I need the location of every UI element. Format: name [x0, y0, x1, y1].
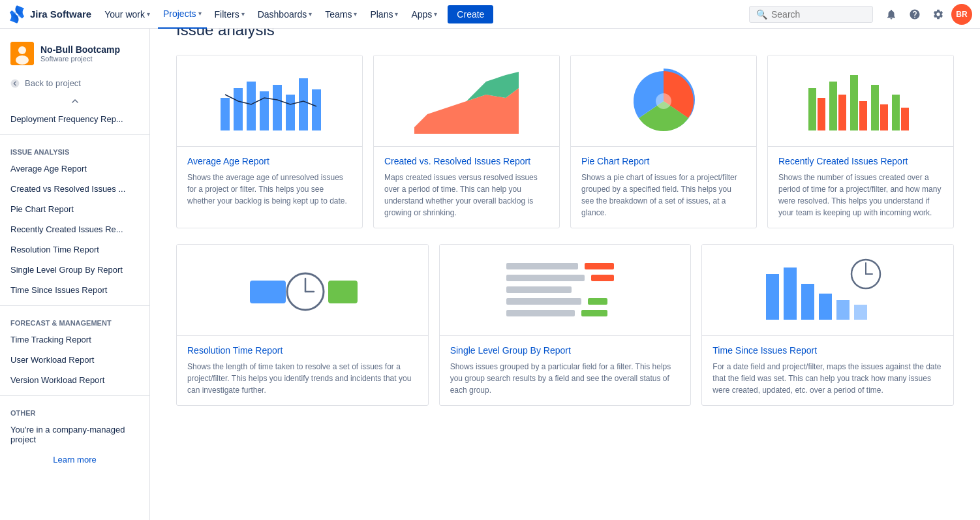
topnav-icons: BR	[881, 4, 972, 25]
avatar	[10, 42, 34, 65]
chevron-down-icon: ▾	[354, 10, 357, 18]
sidebar-item-recently-created[interactable]: Recently Created Issues Re...	[0, 219, 149, 239]
report-card-pie-chart[interactable]: Pie Chart Report Shows a pie chart of is…	[570, 55, 757, 228]
created-resolved-title[interactable]: Created vs. Resolved Issues Report	[384, 156, 549, 166]
user-avatar[interactable]: BR	[951, 4, 972, 25]
sidebar-item-resolution-time[interactable]: Resolution Time Report	[0, 239, 149, 260]
settings-button[interactable]	[928, 4, 949, 25]
sidebar-separator-3	[0, 395, 149, 396]
svg-rect-30	[506, 275, 585, 281]
chevron-down-icon: ▾	[147, 10, 150, 18]
svg-rect-16	[838, 95, 846, 130]
jira-logo-icon	[8, 5, 26, 23]
notifications-button[interactable]	[881, 4, 902, 25]
sidebar-item-user-workload[interactable]: User Workload Report	[0, 350, 149, 370]
svg-rect-40	[819, 294, 832, 320]
report-card-image-single-level	[440, 245, 691, 336]
nav-projects[interactable]: Projects ▾	[158, 0, 207, 29]
search-icon: 🔍	[756, 9, 767, 20]
chevron-down-icon: ▾	[395, 10, 398, 18]
nav-dashboards[interactable]: Dashboards ▾	[253, 0, 318, 29]
logo-text: Jira Software	[30, 8, 91, 20]
svg-rect-4	[221, 98, 230, 130]
nav-filters[interactable]: Filters ▾	[209, 0, 250, 29]
avg-age-desc: Shows the average age of unresolved issu…	[187, 172, 352, 207]
report-card-created-resolved[interactable]: Created vs. Resolved Issues Report Maps …	[373, 55, 560, 228]
single-level-title[interactable]: Single Level Group By Report	[450, 345, 681, 356]
sidebar-section-other: OTHER	[0, 401, 149, 420]
svg-rect-42	[854, 305, 867, 320]
svg-rect-20	[880, 104, 888, 130]
svg-rect-14	[818, 98, 825, 130]
single-level-desc: Shows issues grouped by a particular fie…	[450, 361, 681, 396]
chevron-down-icon: ▾	[198, 10, 202, 17]
project-name: No-Bull Bootcamp	[40, 44, 120, 55]
help-button[interactable]	[904, 4, 925, 25]
resolution-time-title[interactable]: Resolution Time Report	[187, 345, 418, 356]
search-box[interactable]: 🔍	[749, 6, 873, 23]
avg-age-title[interactable]: Average Age Report	[187, 156, 352, 166]
svg-rect-27	[328, 281, 358, 303]
sidebar-item-pie-chart[interactable]: Pie Chart Report	[0, 199, 149, 219]
sidebar-section-issue-analysis: ISSUE ANALYSIS	[0, 140, 149, 159]
sidebar-item-created-resolved[interactable]: Created vs Resolved Issues ...	[0, 179, 149, 199]
back-to-project[interactable]: Back to project	[0, 73, 149, 93]
recently-created-chart	[802, 62, 919, 140]
svg-rect-31	[591, 275, 614, 281]
nav-teams[interactable]: Teams ▾	[320, 0, 362, 29]
svg-rect-41	[836, 300, 850, 320]
bell-icon	[885, 8, 897, 20]
created-resolved-chart	[408, 62, 525, 140]
pie-chart-title[interactable]: Pie Chart Report	[581, 156, 746, 166]
nav-plans[interactable]: Plans ▾	[365, 0, 403, 29]
recently-created-title[interactable]: Recently Created Issues Report	[778, 156, 943, 166]
report-card-single-level[interactable]: Single Level Group By Report Shows issue…	[439, 244, 692, 406]
sidebar-item-single-level-group[interactable]: Single Level Group By Report	[0, 260, 149, 280]
svg-rect-37	[766, 274, 779, 320]
report-card-time-since[interactable]: Time Since Issues Report For a date fiel…	[701, 244, 954, 406]
create-button[interactable]: Create	[448, 5, 493, 23]
sidebar-item-time-tracking[interactable]: Time Tracking Report	[0, 329, 149, 350]
report-card-image-avg-age	[177, 55, 362, 147]
sidebar-item-time-since-issues[interactable]: Time Since Issues Report	[0, 280, 149, 300]
resolution-time-chart	[230, 251, 374, 329]
main-content: Issue analysis	[150, 0, 980, 427]
sidebar-item-deployment[interactable]: Deployment Frequency Rep...	[0, 109, 149, 129]
time-since-title[interactable]: Time Since Issues Report	[712, 345, 943, 356]
svg-rect-22	[901, 108, 909, 130]
report-card-avg-age[interactable]: Average Age Report Shows the average age…	[176, 55, 363, 228]
search-input[interactable]	[771, 9, 863, 20]
logo[interactable]: Jira Software	[8, 5, 91, 23]
reports-grid-row2: Resolution Time Report Shows the length …	[176, 244, 954, 406]
nav-your-work[interactable]: Your work ▾	[99, 0, 155, 29]
help-icon	[909, 8, 921, 20]
svg-rect-5	[234, 88, 243, 130]
report-card-image-time-since	[702, 245, 953, 336]
report-card-recently-created[interactable]: Recently Created Issues Report Shows the…	[767, 55, 954, 228]
chevron-down-icon: ▾	[434, 10, 437, 18]
sidebar-project: No-Bull Bootcamp Software project	[0, 37, 149, 73]
svg-rect-36	[581, 310, 607, 316]
sidebar-item-average-age[interactable]: Average Age Report	[0, 159, 149, 179]
svg-rect-32	[506, 286, 572, 293]
svg-rect-35	[506, 310, 575, 316]
project-avatar-icon	[10, 42, 34, 65]
svg-rect-34	[588, 298, 607, 305]
back-icon	[10, 79, 20, 88]
report-card-image-pie-chart	[571, 55, 756, 147]
avg-age-chart	[211, 62, 328, 140]
report-card-resolution-time[interactable]: Resolution Time Report Shows the length …	[176, 244, 429, 406]
svg-point-2	[16, 55, 29, 65]
svg-rect-13	[808, 88, 816, 130]
svg-rect-10	[299, 78, 308, 130]
nav-apps[interactable]: Apps ▾	[406, 0, 442, 29]
chevron-down-icon: ▾	[309, 10, 312, 18]
sidebar-item-version-workload[interactable]: Version Workload Report	[0, 370, 149, 390]
project-type: Software project	[40, 55, 120, 63]
sidebar-item-company-managed[interactable]: You're in a company-managed project	[0, 420, 149, 427]
scroll-up-button[interactable]	[0, 93, 149, 109]
time-since-chart	[756, 251, 900, 329]
svg-rect-23	[250, 281, 286, 303]
svg-point-3	[11, 79, 20, 87]
sidebar: No-Bull Bootcamp Software project Back t…	[0, 29, 150, 427]
